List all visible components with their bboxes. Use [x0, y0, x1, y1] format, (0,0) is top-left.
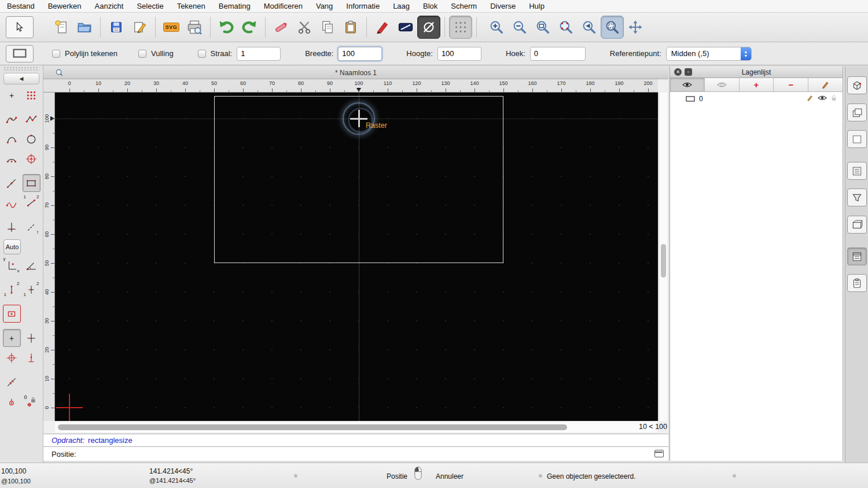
remove-layer-button[interactable]: −: [774, 78, 808, 91]
snap-perpendicular-tool[interactable]: [23, 349, 41, 367]
copy-button[interactable]: [316, 16, 339, 39]
zoom-extents-button[interactable]: [554, 16, 578, 39]
menu-bewerken[interactable]: Bewerken: [48, 2, 82, 10]
numbered-points-tool[interactable]: 1 2: [23, 194, 41, 212]
undo-button[interactable]: [215, 16, 238, 39]
horizontal-scrollbar[interactable]: [55, 422, 658, 432]
print-preview-button[interactable]: [183, 16, 206, 39]
coordinate-entry-tool[interactable]: y x: [3, 256, 21, 274]
rectangle-tool-active[interactable]: [23, 174, 41, 192]
spline-tool[interactable]: [3, 130, 21, 148]
layer-row[interactable]: 0: [670, 92, 843, 106]
radius-input[interactable]: [237, 47, 281, 61]
arc-tool[interactable]: [3, 150, 21, 168]
command-line[interactable]: Opdracht: rectanglesize: [43, 434, 668, 446]
center-circle-tool[interactable]: [23, 150, 41, 168]
edit-document-button[interactable]: [128, 16, 151, 39]
panel-close-icon[interactable]: ✕: [674, 68, 682, 76]
curve-points-tool[interactable]: [3, 110, 21, 128]
edit-layer-button[interactable]: [808, 78, 843, 91]
ordinate-vertical-tool[interactable]: 1 2: [3, 280, 21, 298]
model-panel-button[interactable]: [847, 76, 867, 94]
snap-center-tool[interactable]: [3, 349, 21, 367]
polyline-checkbox[interactable]: [52, 50, 60, 58]
layer-lock-icon[interactable]: [831, 95, 837, 102]
zoom-window-button-selected[interactable]: [601, 16, 624, 39]
lock-reference-tool[interactable]: 0: [23, 393, 41, 411]
menu-bemating[interactable]: Bemating: [219, 2, 251, 10]
save-button[interactable]: [105, 16, 128, 39]
reference-point-select[interactable]: Midden (,5) ▲▼: [666, 47, 752, 61]
window-magnifier-icon[interactable]: [55, 68, 64, 77]
list-panel-button[interactable]: [847, 162, 867, 180]
menu-tekenen[interactable]: Tekenen: [177, 2, 205, 10]
polyline-points-tool[interactable]: [23, 110, 41, 128]
angle-entry-tool[interactable]: [23, 256, 41, 274]
zoom-fit-button[interactable]: [531, 16, 554, 39]
open-document-button[interactable]: [73, 16, 96, 39]
svg-export-button[interactable]: SVG: [160, 16, 183, 39]
sheets-panel-button[interactable]: [847, 103, 867, 121]
selection-region-tool[interactable]: [3, 305, 21, 323]
new-document-button[interactable]: [50, 16, 73, 39]
menu-modificeren[interactable]: Modificeren: [264, 2, 303, 10]
auto-mode-button[interactable]: Auto: [3, 239, 21, 254]
tangent-line-tool[interactable]: [3, 174, 21, 192]
menu-laag[interactable]: Laag: [393, 2, 410, 10]
page-panel-button[interactable]: [847, 130, 867, 148]
view-panel-button[interactable]: [847, 216, 867, 234]
perpendicular-tool[interactable]: [3, 218, 21, 236]
angle-input[interactable]: [530, 47, 586, 61]
panel-detach-icon[interactable]: ▫: [685, 68, 692, 76]
snap-intersection-tool[interactable]: [23, 329, 41, 347]
add-layer-button[interactable]: +: [740, 78, 774, 91]
line-style-button[interactable]: [394, 16, 417, 39]
palette-collapse-button[interactable]: ◀: [3, 73, 39, 84]
fill-checkbox[interactable]: [138, 50, 146, 58]
menu-bestand[interactable]: Bestand: [7, 2, 35, 10]
snap-node-tool[interactable]: [3, 393, 21, 411]
hide-layers-button[interactable]: [705, 78, 740, 91]
document-titlebar[interactable]: * Naamloos 1: [43, 66, 668, 79]
grid-toggle-button-selected[interactable]: [449, 16, 472, 39]
paste-button[interactable]: [339, 16, 362, 39]
erase-button[interactable]: [270, 16, 293, 39]
ellipse-tool[interactable]: [23, 130, 41, 148]
show-all-layers-button[interactable]: [670, 78, 705, 91]
current-tool-indicator[interactable]: [6, 45, 34, 62]
drawing-canvas[interactable]: Raster: [55, 93, 658, 421]
zoom-previous-button[interactable]: [578, 16, 601, 39]
menu-blok[interactable]: Blok: [423, 2, 437, 10]
layer-visibility-eye-icon[interactable]: [818, 95, 827, 101]
filter-panel-button[interactable]: [847, 188, 867, 206]
pan-button[interactable]: [624, 16, 647, 39]
height-input[interactable]: [437, 47, 481, 61]
menu-vang[interactable]: Vang: [316, 2, 333, 10]
menu-scherm[interactable]: Scherm: [451, 2, 477, 10]
circle-mode-button-selected[interactable]: [417, 16, 440, 39]
vertical-scrollbar-thumb[interactable]: [661, 244, 666, 278]
zoom-in-button[interactable]: [485, 16, 508, 39]
menu-diverse[interactable]: Diverse: [490, 2, 516, 10]
select-tool-button[interactable]: [6, 16, 34, 38]
redo-button[interactable]: [238, 16, 261, 39]
pen-style-button[interactable]: [371, 16, 394, 39]
construction-line-tool[interactable]: !: [23, 218, 41, 236]
layer-edit-pencil-icon[interactable]: [806, 94, 814, 102]
point-tool[interactable]: +: [3, 86, 21, 104]
radius-checkbox[interactable]: [198, 50, 206, 58]
menu-hulp[interactable]: Hulp: [529, 2, 545, 10]
vertical-scrollbar[interactable]: [659, 93, 667, 421]
horizontal-scrollbar-thumb[interactable]: [58, 424, 567, 430]
clipboard-panel-button[interactable]: [847, 274, 867, 292]
menu-informatie[interactable]: Informatie: [346, 2, 380, 10]
palette-drag-handle[interactable]: [3, 66, 39, 71]
menu-aanzicht[interactable]: Aanzicht: [95, 2, 124, 10]
width-input[interactable]: [338, 47, 382, 61]
position-input-line[interactable]: Positie:: [43, 446, 668, 461]
snap-angle-tool[interactable]: [3, 373, 21, 391]
layers-list-panel-button-selected[interactable]: [847, 247, 867, 265]
cut-button[interactable]: [293, 16, 316, 39]
zoom-out-button[interactable]: [508, 16, 531, 39]
freehand-tool[interactable]: [3, 194, 21, 212]
